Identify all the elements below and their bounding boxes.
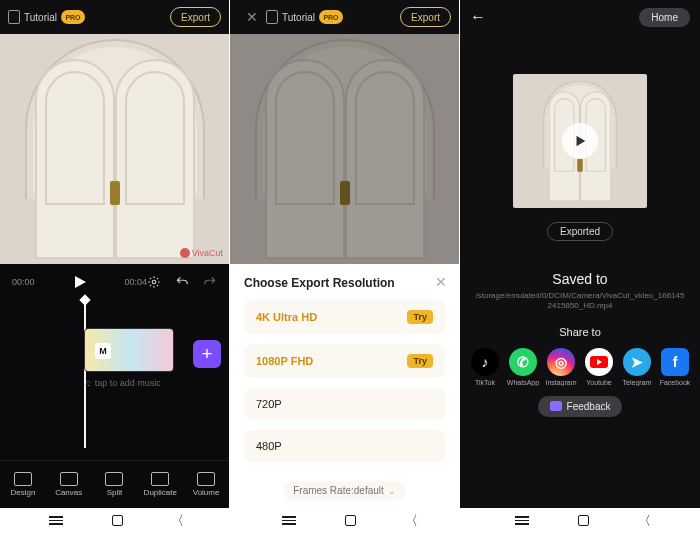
android-recents-icon[interactable] — [282, 516, 296, 525]
saved-path: /storage/emulated/0/DCIM/Camera/VivaCut_… — [460, 291, 700, 312]
android-home-icon[interactable] — [112, 515, 123, 526]
remove-watermark-icon[interactable] — [180, 248, 190, 258]
play-button[interactable] — [72, 274, 88, 290]
chevron-down-icon: ⌄ — [388, 486, 396, 496]
redo-icon[interactable] — [203, 275, 217, 289]
tool-icon — [197, 472, 215, 486]
tool-icon — [105, 472, 123, 486]
saved-video-thumbnail[interactable] — [513, 74, 647, 208]
project-title: Tutorial — [282, 12, 315, 23]
whatsapp-icon: ✆ — [509, 348, 537, 376]
pro-badge[interactable]: PRO — [61, 10, 85, 24]
instagram-icon: ◎ — [547, 348, 575, 376]
pro-badge[interactable]: PRO — [319, 10, 343, 24]
video-clip[interactable]: M — [84, 328, 174, 372]
tool-icon — [151, 472, 169, 486]
tool-volume[interactable]: Volume — [183, 461, 229, 508]
svg-marker-0 — [75, 276, 86, 288]
share-instagram[interactable]: ◎Instagram — [542, 348, 580, 386]
timeline[interactable]: M ♫ tap to add music + DesignCanvasSplit… — [0, 300, 229, 508]
youtube-icon — [585, 348, 613, 376]
tool-duplicate[interactable]: Duplicate — [137, 461, 183, 508]
facebook-icon: f — [661, 348, 689, 376]
chat-icon — [550, 401, 562, 411]
tool-canvas[interactable]: Canvas — [46, 461, 92, 508]
android-home-icon[interactable] — [578, 515, 589, 526]
project-title: Tutorial — [24, 12, 57, 23]
try-badge: Try — [407, 354, 433, 368]
video-preview-dimmed — [230, 34, 459, 264]
playhead[interactable] — [84, 300, 86, 448]
tool-icon — [14, 472, 32, 486]
time-current: 00:00 — [12, 277, 72, 287]
export-button[interactable]: Export — [170, 7, 221, 27]
file-icon — [266, 10, 278, 24]
android-back-icon[interactable]: 〈 — [171, 512, 184, 530]
telegram-icon: ➤ — [623, 348, 651, 376]
clip-mute-badge[interactable]: M — [95, 343, 111, 359]
svg-point-1 — [152, 280, 156, 284]
resolution-option-1080p-fhd[interactable]: 1080P FHDTry — [244, 344, 445, 378]
tool-split[interactable]: Split — [92, 461, 138, 508]
topbar-2: ✕ Tutorial PRO Export — [230, 0, 459, 34]
android-back-icon[interactable]: 〈 — [638, 512, 651, 530]
resolution-option-4k-ultra-hd[interactable]: 4K Ultra HDTry — [244, 300, 445, 334]
undo-icon[interactable] — [175, 275, 189, 289]
export-resolution-modal: ✕ Choose Export Resolution 4K Ultra HDTr… — [230, 264, 459, 508]
feedback-button[interactable]: Feedback — [538, 396, 623, 417]
video-preview[interactable]: VivaCut — [0, 34, 229, 264]
back-icon[interactable]: ← — [470, 8, 486, 26]
time-total: 00:04 — [88, 277, 148, 287]
saved-to-label: Saved to — [460, 271, 700, 287]
tool-icon — [60, 472, 78, 486]
svg-marker-2 — [577, 136, 586, 147]
share-telegram[interactable]: ➤Telegram — [618, 348, 656, 386]
frame-rate-selector[interactable]: Frames Rate:default ⌄ — [283, 481, 406, 500]
share-to-label: Share to — [460, 326, 700, 338]
music-icon: ♫ — [84, 378, 91, 388]
tool-row: DesignCanvasSplitDuplicateVolume — [0, 460, 229, 508]
tool-design[interactable]: Design — [0, 461, 46, 508]
resolution-option-480p[interactable]: 480P — [244, 430, 445, 462]
modal-close-icon[interactable]: ✕ — [435, 274, 447, 290]
android-home-icon[interactable] — [345, 515, 356, 526]
tiktok-icon: ♪ — [471, 348, 499, 376]
play-icon[interactable] — [562, 123, 598, 159]
share-facebook[interactable]: fFacebook — [656, 348, 694, 386]
share-whatsapp[interactable]: ✆WhatsApp — [504, 348, 542, 386]
try-badge: Try — [407, 310, 433, 324]
android-back-icon[interactable]: 〈 — [405, 512, 418, 530]
exported-badge: Exported — [547, 222, 613, 241]
close-icon[interactable]: ✕ — [238, 9, 266, 25]
android-recents-icon[interactable] — [515, 516, 529, 525]
share-tiktok[interactable]: ♪TikTok — [466, 348, 504, 386]
settings-icon[interactable] — [147, 275, 161, 289]
file-icon — [8, 10, 20, 24]
export-button[interactable]: Export — [400, 7, 451, 27]
modal-title: Choose Export Resolution — [244, 276, 445, 290]
android-recents-icon[interactable] — [49, 516, 63, 525]
share-youtube[interactable]: Youtube — [580, 348, 618, 386]
home-button[interactable]: Home — [639, 8, 690, 27]
topbar-1: Tutorial PRO Export — [0, 0, 229, 34]
watermark[interactable]: VivaCut — [180, 248, 223, 258]
add-layer-button[interactable]: + — [193, 340, 221, 368]
add-music-hint[interactable]: ♫ tap to add music — [84, 378, 161, 388]
resolution-option-720p[interactable]: 720P — [244, 388, 445, 420]
